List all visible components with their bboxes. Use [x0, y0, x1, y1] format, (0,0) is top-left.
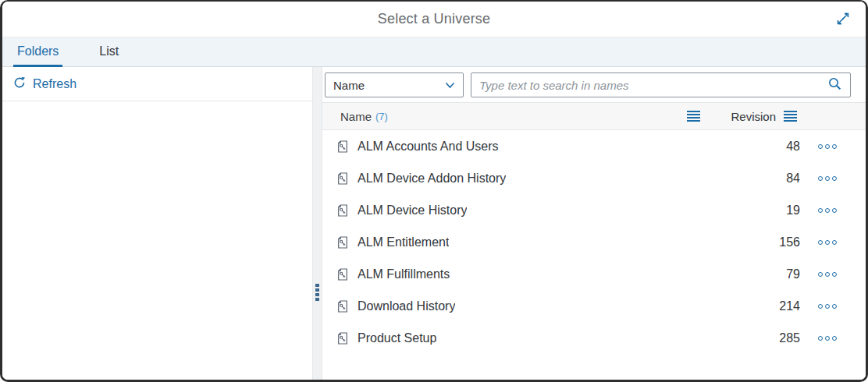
revision-value: 285	[745, 331, 800, 345]
refresh-icon	[12, 76, 27, 93]
dialog-title: Select a Universe	[378, 11, 490, 27]
folders-panel: Refresh	[2, 67, 312, 380]
overflow-menu-button[interactable]	[800, 144, 855, 149]
table-row[interactable]: Download History 214	[322, 290, 866, 322]
universe-name: ALM Entitlement	[358, 235, 449, 249]
revision-value: 214	[745, 299, 800, 313]
refresh-label: Refresh	[33, 77, 76, 91]
panel-splitter[interactable]	[312, 67, 322, 380]
folder-tree-empty-area	[2, 101, 312, 380]
overflow-menu-button[interactable]	[800, 272, 855, 277]
expand-icon	[835, 11, 851, 29]
search-field-dropdown[interactable]: Name	[325, 73, 464, 97]
overflow-menu-button[interactable]	[800, 336, 855, 341]
search-box	[471, 73, 851, 97]
overflow-menu-icon	[818, 272, 823, 277]
revision-value: 79	[745, 267, 800, 281]
universe-name: Product Setup	[358, 331, 436, 345]
chevron-down-icon	[445, 78, 455, 92]
tab-list[interactable]: List	[95, 37, 123, 67]
universe-name: ALM Fulfillments	[358, 267, 450, 281]
refresh-button[interactable]: Refresh	[2, 67, 312, 101]
row-name-cell: ALM Device Addon History	[336, 172, 745, 186]
overflow-menu-button[interactable]	[800, 208, 855, 213]
row-name-cell: ALM Entitlement	[336, 235, 745, 249]
overflow-menu-icon	[818, 336, 823, 341]
overflow-menu-button[interactable]	[800, 240, 855, 245]
select-universe-dialog: Select a Universe Folders List	[0, 0, 868, 382]
tabstrip: Folders List	[2, 37, 866, 67]
dialog-content: Refresh Name	[2, 67, 866, 380]
tab-list-label: List	[99, 44, 119, 58]
row-name-cell: Product Setup	[336, 331, 745, 345]
splitter-grip-icon	[315, 284, 319, 301]
table-row[interactable]: Product Setup 285	[322, 322, 866, 354]
table-row[interactable]: ALM Fulfillments 79	[322, 258, 866, 290]
universe-table-body: ALM Accounts And Users 48	[322, 130, 866, 380]
search-input[interactable]	[479, 79, 826, 92]
revision-value: 19	[745, 203, 800, 218]
revision-value: 84	[745, 172, 800, 186]
universe-name: ALM Device History	[358, 203, 467, 218]
search-button[interactable]	[826, 75, 844, 95]
universe-icon	[336, 203, 350, 218]
revision-column-menu-icon[interactable]	[784, 111, 797, 122]
row-name-cell: Download History	[336, 299, 745, 313]
dialog-titlebar: Select a Universe	[2, 2, 866, 37]
overflow-menu-button[interactable]	[800, 304, 855, 309]
table-row[interactable]: ALM Entitlement 156	[322, 226, 866, 258]
overflow-menu-icon	[818, 176, 823, 181]
name-column-header: Name	[340, 110, 372, 123]
table-row[interactable]: ALM Accounts And Users 48	[322, 130, 866, 162]
tab-folders-label: Folders	[17, 44, 59, 58]
name-column-menu-icon[interactable]	[687, 111, 700, 122]
universe-icon	[336, 267, 350, 281]
row-name-cell: ALM Device History	[336, 203, 745, 218]
search-icon	[827, 76, 842, 94]
search-toolbar: Name	[322, 67, 866, 102]
row-name-cell: ALM Accounts And Users	[336, 140, 745, 154]
overflow-menu-icon	[818, 304, 823, 309]
overflow-menu-button[interactable]	[800, 176, 855, 181]
universe-name: ALM Accounts And Users	[358, 140, 499, 154]
overflow-menu-icon	[818, 240, 823, 245]
row-name-cell: ALM Fulfillments	[336, 267, 745, 281]
table-header: Name (7) Revision	[322, 102, 866, 130]
row-count-badge: (7)	[375, 111, 388, 122]
universe-icon	[336, 172, 350, 186]
universe-name: Download History	[358, 299, 455, 313]
revision-value: 48	[745, 140, 800, 154]
universe-icon	[336, 331, 350, 345]
overflow-menu-icon	[818, 144, 823, 149]
tab-folders[interactable]: Folders	[13, 37, 62, 67]
universe-list-panel: Name	[322, 67, 866, 380]
table-row[interactable]: ALM Device Addon History 84	[322, 162, 866, 194]
table-row[interactable]: ALM Device History 19	[322, 194, 866, 226]
overflow-menu-icon	[818, 208, 823, 213]
universe-icon	[336, 140, 350, 154]
universe-icon	[336, 235, 350, 249]
expand-button[interactable]	[833, 9, 853, 30]
universe-name: ALM Device Addon History	[358, 172, 506, 186]
search-field-selected: Name	[333, 79, 445, 92]
revision-column-header: Revision	[731, 110, 776, 123]
revision-value: 156	[745, 235, 800, 249]
universe-icon	[336, 299, 350, 313]
